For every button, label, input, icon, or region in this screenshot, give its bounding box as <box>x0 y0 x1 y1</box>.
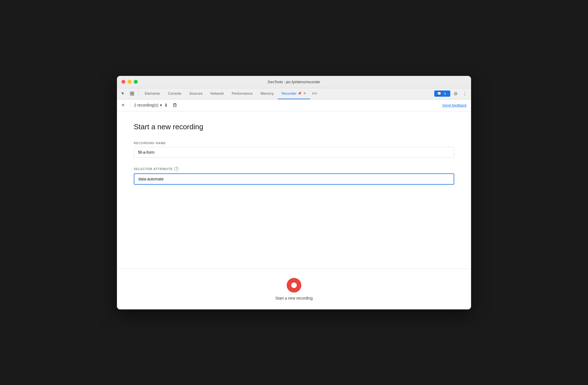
svg-rect-0 <box>130 92 132 93</box>
pin-icon: 📌 <box>298 92 302 95</box>
inspect-icon <box>130 91 134 96</box>
tab-elements[interactable]: Elements <box>141 88 164 99</box>
record-icon <box>291 282 297 288</box>
toolbar-icon-group <box>119 90 139 97</box>
recording-selector-button[interactable]: 2 recording(s) ▾ <box>134 103 162 107</box>
secondary-toolbar: + 2 recording(s) ▾ ⬇ Send feedback <box>117 99 471 111</box>
selector-attribute-label: SELECTOR ATTRIBUTE ? <box>134 167 454 171</box>
more-tabs-btn[interactable]: >> <box>310 90 319 97</box>
recording-name-label: RECORDING NAME <box>134 141 454 145</box>
help-icon[interactable]: ? <box>174 167 179 171</box>
more-icon: ⋮ <box>463 91 467 96</box>
tab-list: Elements Console Sources Network Perform… <box>141 88 434 99</box>
delete-button[interactable] <box>170 101 180 109</box>
trash-icon <box>172 103 177 108</box>
recording-name-group: RECORDING NAME <box>134 141 454 158</box>
window-controls <box>121 80 138 84</box>
download-icon: ⬇ <box>164 103 168 108</box>
tab-performance[interactable]: Performance <box>228 88 256 99</box>
maximize-button[interactable] <box>134 80 138 84</box>
inspect-icon-btn[interactable] <box>128 90 136 97</box>
svg-rect-4 <box>173 104 176 107</box>
send-feedback-button[interactable]: Send feedback <box>442 103 467 107</box>
devtools-toolbar: Elements Console Sources Network Perform… <box>117 88 471 99</box>
add-recording-button[interactable]: + <box>121 102 127 108</box>
feedback-button[interactable]: 💬 1 <box>434 90 450 97</box>
start-recording-label: Start a new recording <box>275 296 313 300</box>
tab-memory[interactable]: Memory <box>257 88 278 99</box>
toolbar-divider <box>130 102 131 108</box>
download-button[interactable]: ⬇ <box>162 101 170 109</box>
svg-rect-2 <box>130 94 132 95</box>
toolbar-right: 💬 1 ⚙ ⋮ <box>434 90 469 98</box>
chevron-down-icon: ▾ <box>160 103 162 107</box>
minimize-button[interactable] <box>128 80 132 84</box>
svg-rect-3 <box>132 94 134 95</box>
start-recording-button[interactable] <box>287 278 301 293</box>
tab-network[interactable]: Network <box>207 88 228 99</box>
titlebar: DevTools - jec.fyi/demo/recorder <box>117 76 471 88</box>
cursor-icon <box>121 91 125 96</box>
devtools-window: DevTools - jec.fyi/demo/recorder Element <box>117 76 471 309</box>
page-title: Start a new recording <box>134 123 454 131</box>
svg-rect-1 <box>132 92 134 93</box>
window-title: DevTools - jec.fyi/demo/recorder <box>268 80 320 84</box>
selector-attribute-group: SELECTOR ATTRIBUTE ? <box>134 167 454 185</box>
selector-attribute-input[interactable] <box>134 173 454 185</box>
recording-count-label: 2 recording(s) <box>134 103 158 107</box>
tab-recorder[interactable]: Recorder 📌 ✕ <box>278 88 310 99</box>
tab-sources[interactable]: Sources <box>185 88 207 99</box>
cursor-icon-btn[interactable] <box>119 90 127 97</box>
tab-close-icon[interactable]: ✕ <box>303 91 306 95</box>
tab-console[interactable]: Console <box>164 88 185 99</box>
bottom-section: Start a new recording <box>117 269 471 309</box>
more-options-button[interactable]: ⋮ <box>461 90 469 98</box>
feedback-badge: 1 <box>442 92 447 96</box>
gear-icon: ⚙ <box>454 91 458 96</box>
recording-name-input[interactable] <box>134 147 454 158</box>
chat-icon: 💬 <box>437 92 441 96</box>
close-button[interactable] <box>121 80 125 84</box>
settings-button[interactable]: ⚙ <box>452 90 459 98</box>
main-content: Start a new recording RECORDING NAME SEL… <box>117 111 471 269</box>
